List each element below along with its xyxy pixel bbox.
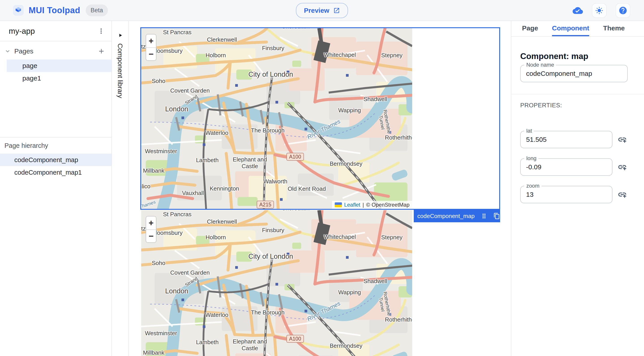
drag-handle-icon[interactable] — [480, 212, 488, 220]
expand-library-button[interactable] — [117, 32, 124, 39]
zoom-property-field[interactable]: zoom 13 — [520, 186, 612, 203]
map-component-1[interactable]: St PancrasitzClerkenwellFinsburyShoredit… — [141, 28, 412, 209]
property-label: lat — [524, 128, 534, 134]
property-row: zoom 13 — [520, 186, 644, 203]
app-row: my-app — [0, 21, 112, 41]
inspector-heading: Component: map — [520, 52, 588, 61]
add-binding-button[interactable] — [616, 161, 628, 173]
theme-toggle-button[interactable] — [592, 3, 607, 18]
add-link-icon — [618, 162, 627, 172]
add-binding-button[interactable] — [616, 134, 628, 145]
hierarchy-item-codecomponent-map1[interactable]: codeComponent_map1 — [0, 166, 112, 179]
node-name-label: Node name — [524, 62, 556, 68]
help-icon — [618, 6, 628, 15]
property-label: zoom — [524, 183, 542, 189]
chevron-down-icon — [4, 48, 11, 55]
map-component-2[interactable]: St PancrasitzClerkenwellFinsburyShoredit… — [141, 210, 412, 356]
explorer-sidebar: my-app Pages pagepage1 Page hierarchy co… — [0, 21, 112, 356]
leaflet-map-tiles — [141, 210, 412, 356]
leaflet-map-tiles — [141, 28, 412, 209]
property-value: 13 — [526, 191, 534, 198]
editor-canvas[interactable]: St PancrasitzClerkenwellFinsburyShoredit… — [129, 21, 511, 356]
node-name-field[interactable]: Node name codeComponent_map — [520, 65, 628, 82]
preview-button[interactable]: Preview — [296, 3, 348, 18]
long-property-field[interactable]: long -0.09 — [520, 158, 612, 176]
collapse-pages-button[interactable] — [4, 48, 11, 55]
arrow-right-icon — [117, 32, 124, 38]
selected-component-tag: codeComponent_map — [414, 210, 500, 222]
cloud-done-icon — [572, 5, 583, 16]
mui-toolpad-logo-icon — [13, 5, 24, 16]
add-link-icon — [618, 135, 627, 144]
zoom-in-button[interactable]: + — [146, 216, 156, 229]
tab-page[interactable]: Page — [522, 21, 538, 36]
copy-icon — [494, 213, 500, 219]
plus-icon — [98, 47, 105, 55]
inspector-panel: PageComponentTheme Component: map Node n… — [511, 21, 644, 356]
tab-component[interactable]: Component — [552, 21, 590, 36]
preview-button-label: Preview — [304, 7, 329, 14]
pages-header-label: Pages — [14, 47, 98, 55]
add-binding-button[interactable] — [616, 189, 628, 200]
duplicate-button[interactable] — [494, 213, 500, 219]
ukraine-flag-icon — [335, 202, 342, 207]
property-label: long — [524, 155, 538, 162]
light-mode-icon — [595, 6, 603, 14]
attribution-separator: | — [362, 202, 364, 208]
help-button[interactable] — [616, 3, 630, 18]
component-library-label: Component library — [116, 43, 124, 98]
sidebar-page-page1[interactable]: page1 — [7, 72, 112, 84]
properties-header: PROPERTIES: — [520, 102, 562, 109]
sidebar-page-page[interactable]: page — [7, 59, 112, 72]
properties-list: lat 51.505 long -0.09 zoom 13 — [520, 131, 644, 213]
brand: MUI Toolpad Beta — [13, 4, 108, 16]
pages-list: pagepage1 — [0, 59, 112, 84]
map-attribution: Leaflet | © OpenStreetMap — [332, 201, 412, 209]
component-library-panel: Component library — [112, 21, 129, 356]
top-bar: MUI Toolpad Beta Preview — [0, 0, 644, 21]
inspector-tabs: PageComponentTheme — [511, 21, 644, 37]
pages-section-header: Pages — [0, 44, 112, 58]
property-row: long -0.09 — [520, 158, 644, 176]
zoom-out-button[interactable]: − — [146, 229, 156, 242]
trash-icon — [506, 213, 511, 219]
selected-component-outline: St PancrasitzClerkenwellFinsburyShoredit… — [140, 27, 500, 210]
page-hierarchy-header: Page hierarchy — [0, 137, 112, 154]
add-page-button[interactable] — [98, 47, 105, 55]
app-menu-button[interactable] — [97, 27, 105, 35]
leaflet-link[interactable]: Leaflet — [344, 202, 360, 208]
beta-badge: Beta — [86, 4, 108, 16]
map-zoom-control: + − — [146, 34, 156, 61]
zoom-out-button[interactable]: − — [146, 47, 156, 60]
property-row: lat 51.505 — [520, 131, 644, 148]
selected-component-name: codeComponent_map — [417, 213, 474, 220]
more-vert-icon — [97, 27, 105, 35]
page-hierarchy-list: codeComponent_mapcodeComponent_map1 — [0, 154, 112, 179]
property-value: -0.09 — [526, 163, 541, 171]
open-in-new-icon — [334, 7, 340, 14]
delete-button[interactable] — [506, 213, 511, 219]
lat-property-field[interactable]: lat 51.505 — [520, 131, 612, 148]
map-zoom-control: + − — [146, 216, 156, 243]
topbar-status-icons — [572, 0, 630, 21]
inspector-divider — [511, 94, 644, 94]
zoom-in-button[interactable]: + — [146, 34, 156, 47]
property-value: 51.505 — [526, 136, 547, 143]
node-name-value: codeComponent_map — [526, 70, 592, 77]
hierarchy-item-codecomponent-map[interactable]: codeComponent_map — [0, 154, 112, 166]
osm-copyright: © OpenStreetMap — [366, 202, 410, 208]
app-title: MUI Toolpad — [29, 5, 80, 15]
app-name: my-app — [9, 27, 97, 35]
tab-theme[interactable]: Theme — [603, 21, 625, 36]
add-link-icon — [618, 190, 627, 199]
